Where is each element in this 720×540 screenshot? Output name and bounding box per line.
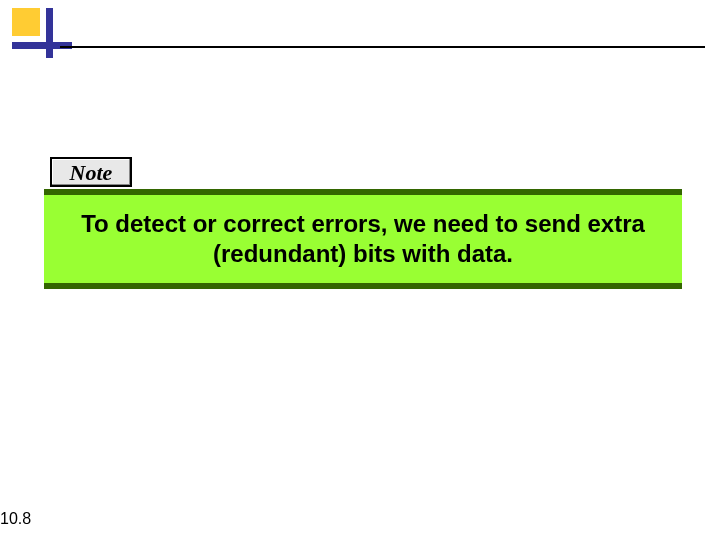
corner-decoration bbox=[12, 8, 72, 58]
note-box: To detect or correct errors, we need to … bbox=[44, 189, 682, 289]
slide: Note To detect or correct errors, we nee… bbox=[0, 0, 720, 540]
note-body: To detect or correct errors, we need to … bbox=[54, 209, 672, 269]
page-number: 10.8 bbox=[0, 510, 31, 528]
top-divider bbox=[60, 46, 705, 48]
corner-blue-vertical bbox=[46, 8, 53, 58]
note-label: Note bbox=[50, 157, 132, 187]
corner-yellow-square bbox=[12, 8, 40, 36]
